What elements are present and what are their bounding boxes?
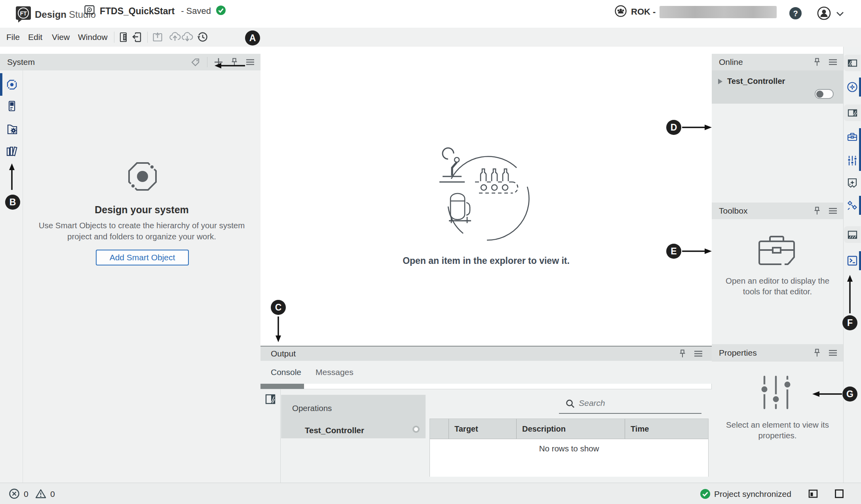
menu-window[interactable]: Window (78, 28, 108, 47)
console-panel-icon[interactable] (844, 252, 861, 269)
pin-icon[interactable] (678, 349, 687, 358)
organization-icon (614, 5, 627, 19)
tab-messages[interactable]: Messages (316, 368, 354, 377)
annotation-arrow-g (812, 390, 842, 398)
console-sidebar-toggle-icon[interactable] (264, 393, 276, 407)
explorer-panel-toggle[interactable] (844, 55, 861, 71)
system-empty-description: Use Smart Objects to create the hierarch… (35, 220, 249, 242)
navigation-compass-icon[interactable] (844, 79, 861, 95)
warnings-icon[interactable] (35, 488, 47, 499)
output-panel-title: Output (271, 349, 296, 358)
properties-empty-message: Select an element to view its properties… (726, 419, 829, 441)
add-smart-object-button[interactable]: Add Smart Object (96, 250, 189, 265)
active-explorer-indicator (0, 73, 2, 96)
no-rows-message: No rows to show (539, 444, 599, 477)
editor-canvas: Open an item in the explorer to view it. (260, 47, 712, 346)
maximize-icon[interactable] (834, 488, 845, 499)
console-table-body: No rows to show (430, 439, 708, 477)
tag-icon[interactable] (190, 57, 201, 67)
upload-box-icon[interactable] (152, 32, 164, 43)
annotation-arrow-d (682, 124, 712, 131)
errors-icon[interactable] (9, 488, 20, 499)
connections-panel-icon[interactable] (844, 197, 861, 214)
system-panel-body: Design your system Use Smart Objects to … (23, 70, 260, 483)
org-name-redacted (660, 6, 777, 18)
panel-menu-icon[interactable] (828, 206, 838, 216)
properties-sliders-illustration (760, 374, 792, 412)
svg-text:FT: FT (20, 10, 27, 17)
bottom-panel-toggle[interactable] (844, 226, 861, 243)
toolbox-illustration (757, 233, 796, 270)
online-panel-title: Online (719, 57, 743, 67)
ft-logo-icon: FT (15, 5, 32, 25)
column-select[interactable] (430, 419, 449, 439)
annotation-badge-c: C (271, 300, 286, 315)
import-project-icon[interactable] (131, 32, 143, 43)
console-divider (280, 389, 281, 483)
project-details-icon[interactable] (118, 32, 129, 43)
right-icon-strip (843, 47, 861, 483)
user-avatar[interactable] (817, 6, 831, 22)
menu-file[interactable]: File (6, 28, 20, 47)
toolbox-panel-icon[interactable] (844, 129, 861, 145)
output-tabs: Console Messages (260, 361, 712, 384)
library-explorer-icon[interactable] (6, 146, 18, 157)
app-bar: FT DesignStudio FTDS_QuickStart - Saved (0, 0, 861, 28)
annotation-arrow-c (275, 316, 282, 343)
console-table-header: Target Description Time (430, 419, 708, 439)
annotation-arrow-e (682, 248, 712, 255)
ftds-app: FT DesignStudio FTDS_QuickStart - Saved (0, 0, 861, 504)
panel-menu-icon[interactable] (694, 349, 703, 358)
operations-item-test-controller[interactable]: Test_Controller (305, 426, 364, 435)
sync-status: Project synchronized (714, 489, 791, 499)
column-description[interactable]: Description (517, 419, 625, 439)
pin-icon[interactable] (812, 57, 822, 67)
column-target[interactable]: Target (449, 419, 517, 439)
pin-icon[interactable] (812, 348, 822, 358)
panel-menu-icon[interactable] (828, 348, 838, 358)
help-button[interactable]: ? (789, 7, 802, 21)
canvas-empty-message: Open an item in the explorer to view it. (367, 256, 605, 266)
project-settings-explorer-icon[interactable] (6, 123, 18, 135)
properties-panel-icon[interactable] (844, 152, 861, 169)
toolbox-empty-message: Open an editor to display the tools for … (722, 275, 833, 297)
save-status: - Saved (181, 6, 211, 16)
online-toggle[interactable] (815, 89, 834, 99)
cloud-upload-icon[interactable] (169, 31, 181, 43)
history-icon[interactable] (197, 31, 209, 43)
panel-menu-icon[interactable] (828, 57, 838, 67)
account-chevron-down-icon[interactable] (835, 11, 845, 19)
menu-separator (114, 32, 114, 43)
properties-panel-body: Select an element to view its properties… (712, 362, 843, 483)
menu-edit[interactable]: Edit (28, 28, 42, 47)
annotation-badge-b: B (5, 195, 20, 210)
cloud-download-icon[interactable] (181, 31, 193, 43)
layout-toggle-icon[interactable] (808, 488, 819, 499)
smart-tags-panel-icon[interactable] (844, 175, 861, 191)
annotation-arrow-a (214, 62, 246, 69)
menu-view[interactable]: View (52, 28, 70, 47)
console-table: Target Description Time No rows to show (430, 419, 709, 477)
account-area: ROK - (614, 5, 777, 19)
toolbox-panel-title: Toolbox (719, 206, 747, 216)
tab-console[interactable]: Console (271, 368, 301, 377)
annotation-badge-a: A (245, 30, 260, 45)
smart-object-illustration (127, 161, 158, 194)
devices-explorer-icon[interactable] (6, 100, 17, 112)
project-name: FTDS_QuickStart (100, 6, 175, 17)
online-panel-rest (712, 104, 843, 203)
panel-menu-icon[interactable] (245, 57, 255, 67)
svg-text:?: ? (793, 9, 798, 18)
toggle-knob (816, 91, 823, 98)
system-explorer-icon[interactable] (6, 79, 17, 90)
right-panel-toggle[interactable] (844, 104, 861, 121)
annotation-arrow-b (8, 163, 15, 191)
online-tree-item[interactable]: Test_Controller (718, 77, 785, 86)
search-input[interactable] (578, 398, 685, 408)
pin-icon[interactable] (812, 206, 822, 216)
project-selector[interactable]: FTDS_QuickStart - Saved (84, 5, 226, 17)
online-panel-header: Online (712, 54, 843, 70)
properties-panel-header: Properties (712, 344, 843, 362)
column-time[interactable]: Time (625, 419, 708, 439)
expand-caret-icon[interactable] (718, 79, 722, 84)
